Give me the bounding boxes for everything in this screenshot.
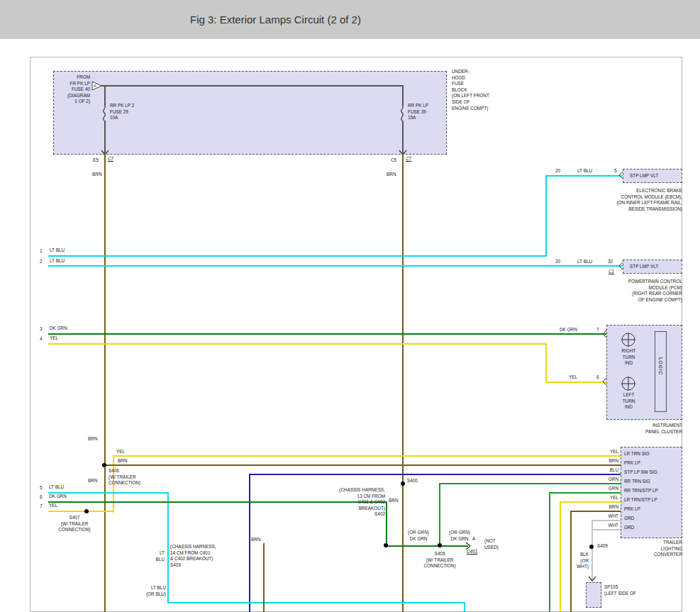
wire-color-label-brn: BRN xyxy=(387,172,396,178)
ebcm-port-label: STP LMP VLT xyxy=(630,173,658,179)
wire-grn-rr-vertical xyxy=(549,492,550,612)
wire-ltblu-bottom-horizontal xyxy=(167,602,465,603)
wire-brn-left-vertical xyxy=(104,153,106,612)
ebcm-wire-color: LT BLU xyxy=(577,168,592,174)
c401-ref-letter: A xyxy=(472,536,475,543)
wire-brn-prk-lp xyxy=(104,464,621,466)
wire-yel-4-vertical xyxy=(545,343,547,383)
wire6-color: DK GRN xyxy=(49,494,67,500)
wire-wht-grd-2 xyxy=(591,529,621,530)
ebcm-caption: ELECTRONIC BRAKE CONTROL MODULE (EBCM), … xyxy=(539,188,682,212)
fuse29-label: RR PK LP 2 FUSE 29 10A xyxy=(110,103,134,121)
pcm-port-label: STP LMP VLT xyxy=(630,264,658,270)
splice-dot-s405 xyxy=(438,543,442,547)
wire1-color: LT BLU xyxy=(50,247,65,254)
fuse-feed-wire xyxy=(101,85,404,87)
wire5-color: LT BLU xyxy=(49,484,64,491)
not-used-label: (NOT USED) xyxy=(484,538,499,550)
underhood-fuse-block-caption: UNDER- HOOD FUSE BLOCK (ON LEFT FRONT SI… xyxy=(452,69,489,111)
wire4-color: YEL xyxy=(50,335,58,342)
wire-color-label-brn: BRN xyxy=(251,537,261,543)
wire-yel-lr-trn-stp xyxy=(560,501,621,503)
wire-ltblu-1 xyxy=(48,255,547,257)
cluster-logic-block: LOGIC xyxy=(655,331,667,412)
wire-dkgrn-6-vertical xyxy=(386,501,387,547)
converter-row-signal: PRK LP xyxy=(624,460,640,467)
wire-ltblu-ebcm-horizontal xyxy=(545,175,623,177)
converter-row-wire-color: GRN xyxy=(587,477,618,483)
converter-row-signal: RR TRN SIG xyxy=(624,479,650,485)
pcm-terminal: 20 xyxy=(555,259,560,265)
connector-c7-left: C7 xyxy=(108,156,113,162)
converter-row-wire-color: YEL xyxy=(587,495,618,501)
splice-dot-s400 xyxy=(401,482,405,486)
splice-s403-label: (CHASSIS HARNESS, 14 CM FROM C401 & C402… xyxy=(170,544,216,568)
converter-row-wire-color: BRN xyxy=(587,458,618,464)
wire7-number: 7 xyxy=(40,503,43,510)
lt-blu-stack-label: LT BLU xyxy=(145,550,165,562)
pcm-connector-c1: C1 xyxy=(609,269,614,275)
splice-s407-label: S407 (W/ TRAILER CONNECTION) xyxy=(46,515,103,533)
wire-dkgrn-3 xyxy=(48,333,606,335)
wire-color-label-brn: BRN xyxy=(92,172,102,178)
ebcm-pin: 5 xyxy=(614,168,617,174)
wire-blu-stp-lp-sw xyxy=(249,474,621,475)
converter-row-wire-color: WHT xyxy=(587,523,618,529)
wire5-number: 5 xyxy=(40,485,43,491)
wire-yel-7 xyxy=(48,511,114,512)
converter-row-wire-color: BRN xyxy=(587,504,618,511)
wire-color-label-brn: BRN xyxy=(118,458,128,464)
header-bar: Fig 3: Exterior Lamps Circuit (2 of 2) xyxy=(0,0,700,39)
converter-row-signal: RR TRN/STP LP xyxy=(624,488,658,494)
blk-or-wht-label: BLK (OR WHT) xyxy=(566,552,589,570)
splice-s402-label: (CHASSIS HARNESS, 13 CM FROM C401 & C402… xyxy=(323,487,385,518)
splice-s406-label: S406 (W/ TRAILER CONNECTION) xyxy=(109,468,140,486)
wire-yel-4 xyxy=(48,343,547,345)
fuse29-out-wire xyxy=(104,121,106,153)
splice-dot-s409 xyxy=(589,545,594,549)
left-turn-indicator-bulb-icon xyxy=(620,375,637,392)
wire-grn-rr-trn-sig xyxy=(439,483,621,484)
right-turn-indicator-bulb-icon xyxy=(620,331,637,348)
wire3-number: 3 xyxy=(40,326,43,333)
wire-brn-prk-out xyxy=(570,511,621,512)
converter-row-wire-color: BLU xyxy=(587,467,618,474)
converter-row-wire-color: YEL xyxy=(587,449,618,455)
wire-wht-grd-1 xyxy=(591,520,621,521)
or-grn-label-1: (OR GRN) DK GRN xyxy=(400,530,437,542)
wire-color-label-brn: BRN xyxy=(389,498,399,504)
wire-dkgrn-to-c401 xyxy=(386,545,468,547)
connector-pin-e5: E5 xyxy=(93,157,99,164)
fuse39-feed-wire xyxy=(402,86,404,105)
splice-dot-s406 xyxy=(102,463,106,467)
cluster-left-pin: 6 xyxy=(596,374,599,381)
wire4-number: 4 xyxy=(40,336,43,343)
diagram-ref-letter: A xyxy=(94,83,96,89)
wire-blu-vertical xyxy=(249,474,250,612)
wire-yel-lr-trn-sig xyxy=(113,455,621,457)
wire-ltblu-2 xyxy=(48,265,623,267)
splice-dot-s407 xyxy=(84,509,89,513)
from-fuse40-label: FROM FR PK LP FUSE 40 (DIAGRAM 1 OF 2) xyxy=(57,74,90,105)
wire-ltblu-5-vertical xyxy=(167,492,169,603)
wire-color-label-brn: BRN xyxy=(88,436,98,443)
wire-wht-ground-vertical xyxy=(591,520,593,582)
pcm-pin: 32 xyxy=(608,259,613,265)
converter-row-wire-color: WHT xyxy=(587,513,618,520)
trailer-converter-caption: TRAILER LIGHTING CONVERTER xyxy=(610,540,682,558)
sp105-splice-box xyxy=(586,582,601,608)
connector-c7-right: C7 xyxy=(406,156,411,162)
wire6-number: 6 xyxy=(40,494,43,501)
right-turn-ind-label: RIGHT TURN IND xyxy=(614,348,643,367)
splice-s405-label: S405 (W/ TRAILER CONNECTION) xyxy=(413,551,466,569)
cluster-right-pin: 7 xyxy=(596,327,599,333)
wire7-color: YEL xyxy=(49,503,57,509)
converter-row-signal: PRK LP xyxy=(624,506,640,513)
fuse39-label: RR PK LP FUSE 39 15A xyxy=(408,103,428,121)
splice-s400-label: S400 xyxy=(407,478,418,484)
wire-color-label-brn: BRN xyxy=(88,478,98,484)
converter-row-signal: LR TRN/STP LP xyxy=(624,497,657,503)
fuse39-icon xyxy=(398,104,406,121)
converter-row-signal: STP LP SW SIG xyxy=(624,469,657,476)
wire3-color: DK GRN xyxy=(50,326,67,332)
